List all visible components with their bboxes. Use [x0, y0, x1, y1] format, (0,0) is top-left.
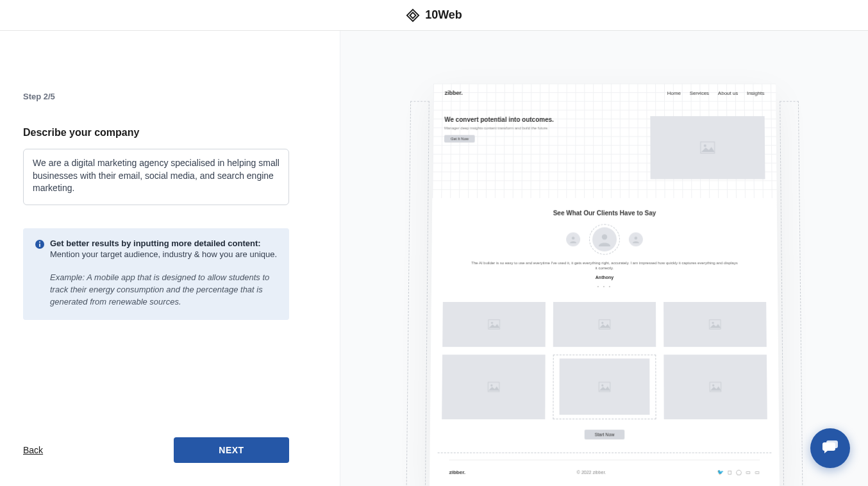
- tip-example: Example: A mobile app that is designed t…: [35, 272, 278, 308]
- preview-pagination-dots: • • •: [431, 283, 777, 289]
- next-button[interactable]: NEXT: [174, 437, 289, 463]
- svg-point-9: [490, 322, 492, 324]
- preview-gallery-item: [442, 355, 545, 419]
- preview-hero-title: We convert potential into outcomes.: [444, 116, 637, 124]
- preview-gallery-item: [664, 302, 767, 347]
- preview-footer-logo: zibber.: [449, 469, 465, 475]
- brand-name: 10Web: [425, 8, 462, 22]
- back-button[interactable]: Back: [23, 445, 43, 455]
- preview-footer-copyright: © 2022 zibber.: [576, 470, 606, 474]
- preview-testimonial-text: The AI builder is so easy to use and eve…: [431, 261, 778, 271]
- preview-social-icons: 🐦 ◻ ◯ ▭ ▭: [717, 469, 760, 475]
- chat-button[interactable]: [810, 428, 850, 468]
- preview-testimonials-title: See What Our Clients Have to Say: [431, 198, 776, 224]
- svg-point-13: [712, 322, 714, 324]
- preview-gallery-item: [664, 355, 767, 419]
- svg-point-5: [571, 237, 574, 240]
- company-description-input[interactable]: [23, 149, 289, 205]
- preview-avatar: [628, 232, 642, 246]
- preview-testimonial-author: Anthony: [431, 275, 778, 280]
- brand-icon: [406, 8, 420, 22]
- preview-nav: Home Services About us Insights: [667, 90, 764, 96]
- tip-subtitle: Mention your target audience, industry &…: [50, 249, 278, 259]
- preview-nav-item: Home: [667, 90, 680, 96]
- preview-nav-item: Insights: [747, 90, 764, 96]
- tip-box: Get better results by inputting more det…: [23, 228, 289, 320]
- twitter-icon: 🐦: [717, 469, 723, 475]
- youtube-icon: ▭: [755, 469, 760, 475]
- form-title: Describe your company: [23, 127, 317, 138]
- svg-point-17: [601, 384, 603, 386]
- svg-rect-1: [39, 244, 40, 247]
- preview-gallery-item-selected: [553, 355, 656, 419]
- svg-point-11: [601, 322, 603, 324]
- preview-hero-subtitle: Manager deep insights content transform …: [444, 126, 637, 130]
- svg-point-19: [712, 384, 714, 386]
- preview-hero-image: [650, 116, 765, 179]
- preview-avatar-active: [589, 224, 620, 255]
- behance-icon: ▭: [746, 469, 751, 475]
- brand-logo: 10Web: [406, 8, 462, 22]
- info-icon: [35, 239, 45, 249]
- svg-point-7: [634, 237, 637, 240]
- preview-start-now-button: Start Now: [584, 430, 624, 439]
- dribbble-icon: ◯: [736, 469, 742, 475]
- tip-title: Get better results by inputting more det…: [50, 239, 278, 248]
- website-preview: zibber. Home Services About us Insights …: [429, 83, 779, 486]
- preview-nav-item: Services: [689, 90, 708, 96]
- preview-avatar: [566, 232, 580, 246]
- svg-point-2: [39, 242, 40, 243]
- svg-point-15: [490, 384, 492, 386]
- preview-hero-button: Get It Now: [444, 135, 474, 143]
- preview-nav-item: About us: [717, 90, 737, 96]
- preview-gallery-item: [553, 302, 656, 347]
- step-indicator: Step 2/5: [23, 92, 317, 101]
- preview-logo: zibber.: [444, 90, 462, 96]
- svg-point-4: [703, 144, 706, 147]
- preview-gallery-item: [442, 302, 546, 347]
- svg-point-6: [601, 235, 606, 240]
- app-header: 10Web: [0, 0, 868, 31]
- form-panel: Step 2/5 Describe your company Get bette…: [0, 31, 340, 486]
- instagram-icon: ◻: [727, 469, 731, 475]
- preview-panel: zibber. Home Services About us Insights …: [340, 31, 868, 486]
